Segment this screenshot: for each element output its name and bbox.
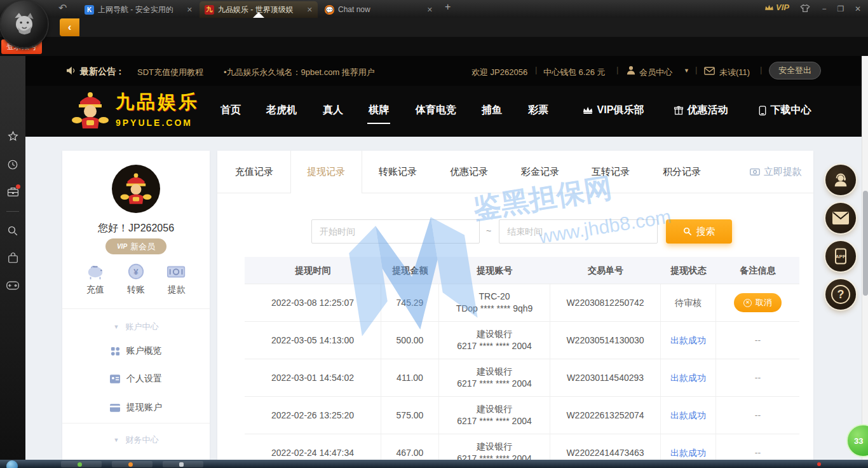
tab-close-icon[interactable]: ✕ [307, 6, 313, 14]
divider: | [760, 65, 762, 74]
scrollbar-thumb[interactable] [863, 191, 868, 296]
browser-back-history-icon[interactable]: ↶ [58, 2, 67, 14]
member-center-link[interactable]: 会员中心 [639, 67, 672, 78]
tab-bonus-records[interactable]: 彩金记录 [521, 151, 559, 193]
nav-label: 棋牌 [369, 104, 389, 117]
announce-item[interactable]: •九品娱乐永久域名：9pbet.com 推荐用户 [224, 67, 375, 78]
menu-label: 提现账户 [126, 402, 162, 413]
welcome-text: 欢迎 JP262056 [471, 67, 527, 78]
cell-account: 建设银行6217 **** **** 2004 [439, 434, 550, 460]
back-button[interactable]: ‹ [60, 18, 79, 36]
announce-item[interactable]: SDT充值使用教程 [137, 67, 203, 78]
wallet-balance: 中心钱包 6.26 元 [543, 67, 606, 78]
search-button[interactable]: 搜索 [666, 219, 732, 244]
taskbar-app-1[interactable] [61, 461, 102, 467]
games-gamepad-icon[interactable] [0, 281, 25, 290]
nav-sports[interactable]: 体育电竞 [416, 104, 456, 117]
app-store-bag-icon[interactable] [0, 252, 25, 264]
browser-titlebar: ↶ K 上网导航 - 安全实用的 ✕ 九 九品娱乐 - 世界顶级娱 ✕ 💬 Ch… [0, 0, 868, 18]
window-restore-button[interactable]: ❐ [834, 3, 848, 15]
nav-fishing[interactable]: 捕鱼 [482, 104, 502, 117]
skin-theme-icon[interactable] [800, 4, 810, 15]
start-orb[interactable] [6, 460, 18, 468]
quick-transfer[interactable]: ¥ 转账 [115, 263, 157, 296]
browser-tab-chat[interactable]: 💬 Chat now ✕ [320, 1, 438, 18]
status-success-link[interactable]: 出款成功 [670, 334, 706, 347]
profile-card: 您好！JP262056 VIP 新会员 充值 ¥ 转账 提款 ▼ 账户中心 [62, 151, 210, 460]
tab-close-icon[interactable]: ✕ [187, 6, 193, 14]
nav-promotions[interactable]: 优惠活动 [674, 104, 728, 117]
tab-close-icon[interactable]: ✕ [427, 6, 433, 14]
bank-card-icon [110, 404, 120, 412]
browser-tab-navigation[interactable]: K 上网导航 - 安全实用的 ✕ [79, 1, 198, 18]
member-level-badge: VIP 新会员 [105, 238, 166, 254]
tab-mutual-records[interactable]: 互转记录 [592, 151, 630, 193]
menu-section-account-center[interactable]: ▼ 账户中心 [62, 317, 210, 336]
browser-logo-leopard[interactable] [1, 1, 48, 48]
cell-order: W22030514130030 [550, 322, 661, 359]
quick-withdraw[interactable]: 提款 [156, 263, 198, 296]
app-download-button[interactable]: APP [825, 241, 856, 272]
window-minimize-button[interactable]: − [817, 3, 831, 15]
nav-lottery[interactable]: 彩票 [528, 104, 548, 117]
nav-slots[interactable]: 老虎机 [266, 104, 297, 117]
col-header: 提现状态 [661, 257, 716, 284]
nav-live[interactable]: 真人 [323, 104, 343, 117]
phone-download-icon [759, 106, 767, 116]
browser-vip-button[interactable]: VIP [764, 3, 789, 12]
tilde-separator: ~ [486, 226, 491, 236]
id-card-icon [110, 375, 120, 383]
tab-withdraw-records[interactable]: 提现记录 [307, 151, 345, 193]
tab-points-records[interactable]: 积分记录 [663, 151, 701, 193]
window-close-button[interactable]: ✕ [851, 3, 865, 15]
cancel-label: 取消 [756, 297, 772, 308]
toolbox-briefcase-icon[interactable] [0, 186, 25, 197]
logout-button[interactable]: 安全登出 [769, 62, 821, 79]
menu-item-withdraw-account[interactable]: 提现账户 [62, 398, 210, 417]
site-logo[interactable]: 九品娱乐 9PYULE.COM [70, 90, 200, 132]
chevron-down-icon[interactable]: ▼ [684, 67, 689, 74]
status-success-link[interactable]: 出款成功 [670, 410, 706, 422]
crown-icon [764, 4, 774, 11]
taskbar-app-3[interactable] [163, 461, 203, 467]
tab-deposit-records[interactable]: 充值记录 [235, 151, 273, 193]
menu-item-account-overview[interactable]: 账户概览 [62, 341, 210, 361]
customer-service-button[interactable] [825, 165, 856, 195]
messages-button[interactable] [825, 203, 856, 233]
nav-vip-club[interactable]: VIP俱乐部 [583, 104, 644, 117]
status-success-link[interactable]: 出款成功 [670, 372, 706, 384]
status-success-link[interactable]: 出款成功 [670, 447, 706, 459]
cell-note: -- [716, 359, 799, 396]
tab-transfer-records[interactable]: 转账记录 [379, 151, 417, 193]
help-button[interactable]: ? [825, 279, 856, 310]
taskbar-app-2[interactable] [112, 461, 153, 467]
piggy-bank-icon [85, 263, 105, 280]
menu-section-finance-center[interactable]: ▼ 财务中心 [62, 430, 210, 450]
start-time-input[interactable] [311, 219, 480, 244]
nav-download[interactable]: 下载中心 [759, 104, 811, 117]
new-tab-button[interactable]: + [445, 1, 451, 13]
withdraw-now-link[interactable]: 立即提款 [750, 151, 802, 193]
menu-item-personal-settings[interactable]: 个人设置 [62, 369, 210, 389]
account-type: 建设银行 [477, 366, 512, 378]
notification-dot [16, 184, 20, 189]
table-header-row: 提现时间 提现金额 提现账号 交易单号 提现状态 备注信息 [245, 257, 799, 284]
cancel-button[interactable]: ✕取消 [734, 293, 782, 312]
end-time-input[interactable] [499, 219, 658, 244]
cell-time: 2022-03-01 14:54:02 [245, 359, 381, 396]
account-type: 建设银行 [477, 403, 512, 415]
nav-underline [367, 123, 390, 124]
history-clock-icon[interactable] [0, 159, 25, 170]
cell-note: -- [716, 322, 799, 359]
quick-deposit[interactable]: 充值 [74, 263, 116, 296]
nav-cards[interactable]: 棋牌 [369, 104, 389, 117]
browser-bookmarksbar: 登录账号 度 K 安全导航 K 热门页游 K 裁决战歌 天猫精选 PDF PDF… [0, 37, 868, 56]
mascot-avatar-icon [119, 172, 153, 206]
search-icon[interactable] [0, 225, 25, 237]
tab-promo-records[interactable]: 优惠记录 [450, 151, 488, 193]
unread-messages-link[interactable]: 未读(11) [719, 67, 750, 78]
favorites-star-icon[interactable] [0, 130, 25, 142]
account-type: TRC-20 [478, 291, 510, 303]
nav-home[interactable]: 首页 [220, 104, 241, 117]
quick-label: 充值 [86, 284, 104, 294]
